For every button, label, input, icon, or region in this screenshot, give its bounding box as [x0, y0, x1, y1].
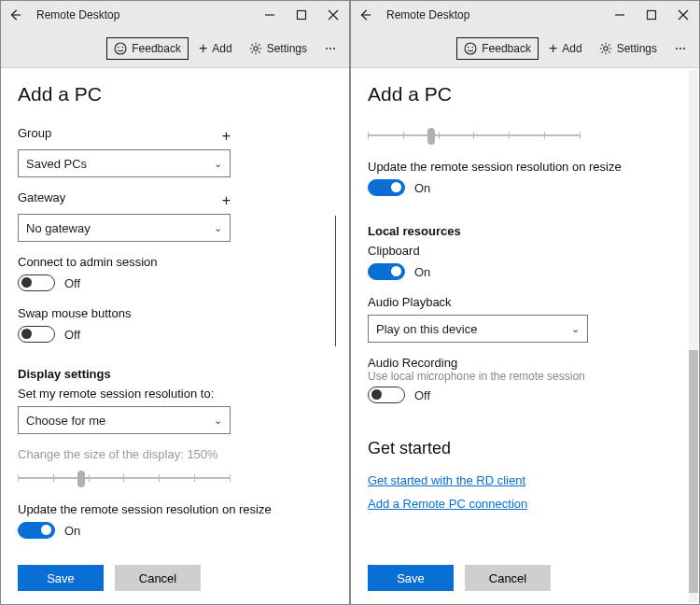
- more-button[interactable]: [317, 38, 343, 59]
- footer-buttons: Save Cancel: [18, 554, 332, 604]
- minimize-button[interactable]: [604, 1, 636, 29]
- resolution-label: Set my remote session resolution to:: [18, 387, 332, 401]
- admin-session-toggle[interactable]: [18, 274, 55, 291]
- scrollbar-track[interactable]: [689, 70, 698, 602]
- display-scale-label: Change the size of the display: 150%: [18, 447, 332, 461]
- clipboard-value: On: [414, 265, 430, 279]
- gear-icon: [249, 42, 262, 55]
- smile-icon: [464, 42, 477, 55]
- page-title: Add a PC: [368, 83, 673, 106]
- back-icon[interactable]: [358, 8, 371, 21]
- get-started-heading: Get started: [368, 439, 673, 458]
- admin-session-label: Connect to admin session: [18, 255, 332, 269]
- add-group-button[interactable]: +: [222, 128, 231, 145]
- feedback-button[interactable]: Feedback: [456, 37, 539, 60]
- section-separator: [335, 216, 336, 346]
- more-icon: [324, 42, 337, 55]
- chevron-down-icon: ⌄: [214, 158, 222, 170]
- svg-line-16: [251, 51, 252, 52]
- more-icon: [674, 42, 687, 55]
- window-right: Remote Desktop Feedback + Add Settings A…: [350, 0, 700, 605]
- resize-value: On: [64, 524, 80, 538]
- link-get-started[interactable]: Get started with the RD client: [368, 473, 673, 487]
- svg-point-37: [676, 48, 678, 49]
- footer-buttons: Save Cancel: [368, 554, 673, 604]
- resolution-select[interactable]: Choose for me ⌄: [18, 406, 231, 434]
- link-add-remote-pc[interactable]: Add a Remote PC connection: [368, 497, 673, 511]
- resize-label: Update the remote session resolution on …: [18, 502, 332, 516]
- gateway-label: Gateway: [18, 190, 65, 204]
- chevron-down-icon: ⌄: [214, 222, 222, 234]
- group-select[interactable]: Saved PCs ⌄: [18, 149, 231, 177]
- svg-line-36: [601, 51, 602, 52]
- more-button[interactable]: [667, 38, 693, 59]
- audio-playback-select[interactable]: Play on this device ⌄: [368, 315, 588, 343]
- swap-mouse-value: Off: [64, 328, 80, 342]
- svg-point-6: [118, 46, 119, 48]
- svg-point-25: [465, 43, 476, 54]
- close-button[interactable]: [667, 1, 699, 29]
- content-area: Add a PC Group + Saved PCs ⌄ Gateway + N…: [1, 68, 349, 604]
- svg-point-27: [472, 46, 474, 48]
- svg-point-28: [603, 46, 607, 49]
- command-bar: Feedback + Add Settings: [351, 29, 699, 68]
- plus-icon: +: [549, 40, 557, 57]
- audio-recording-value: Off: [414, 388, 430, 402]
- svg-point-39: [683, 48, 685, 49]
- settings-button[interactable]: Settings: [243, 38, 314, 59]
- admin-session-value: Off: [64, 276, 80, 290]
- svg-rect-2: [298, 11, 306, 20]
- command-bar: Feedback + Add Settings: [1, 29, 349, 68]
- svg-point-7: [122, 46, 124, 48]
- svg-point-8: [253, 46, 257, 49]
- display-scale-slider[interactable]: [368, 124, 581, 147]
- clipboard-toggle[interactable]: [368, 263, 405, 280]
- cancel-button[interactable]: Cancel: [465, 565, 551, 591]
- display-settings-heading: Display settings: [18, 367, 332, 381]
- resize-label: Update the remote session resolution on …: [368, 160, 673, 174]
- svg-point-18: [329, 48, 331, 49]
- scrollbar-thumb[interactable]: [689, 350, 698, 593]
- back-icon[interactable]: [8, 8, 21, 21]
- save-button[interactable]: Save: [368, 565, 454, 591]
- save-button[interactable]: Save: [18, 565, 104, 591]
- clipboard-label: Clipboard: [368, 244, 673, 258]
- add-button[interactable]: + Add: [542, 36, 589, 61]
- minimize-button[interactable]: [254, 1, 286, 29]
- audio-recording-label: Audio Recording: [368, 356, 673, 370]
- feedback-button[interactable]: Feedback: [106, 37, 189, 60]
- close-button[interactable]: [317, 1, 349, 29]
- svg-point-17: [326, 48, 328, 49]
- maximize-button[interactable]: [286, 1, 317, 29]
- add-button[interactable]: + Add: [192, 36, 239, 61]
- svg-point-19: [333, 48, 335, 49]
- svg-line-35: [609, 44, 609, 45]
- swap-mouse-toggle[interactable]: [18, 326, 55, 343]
- audio-recording-sublabel: Use local microphone in the remote sessi…: [368, 370, 673, 383]
- svg-rect-22: [648, 11, 656, 20]
- display-scale-slider[interactable]: [18, 467, 231, 489]
- window-title: Remote Desktop: [31, 8, 119, 21]
- settings-button[interactable]: Settings: [593, 38, 664, 59]
- maximize-button[interactable]: [636, 1, 667, 29]
- title-bar: Remote Desktop: [351, 1, 699, 29]
- audio-playback-label: Audio Playback: [368, 295, 673, 309]
- smile-icon: [114, 42, 127, 55]
- resize-value: On: [414, 181, 430, 195]
- swap-mouse-label: Swap mouse buttons: [18, 306, 332, 320]
- chevron-down-icon: ⌄: [214, 415, 222, 427]
- add-gateway-button[interactable]: +: [222, 192, 231, 209]
- svg-line-15: [259, 44, 259, 45]
- window-title: Remote Desktop: [381, 8, 469, 21]
- local-resources-heading: Local resources: [368, 224, 673, 238]
- cancel-button[interactable]: Cancel: [115, 565, 201, 591]
- resize-toggle[interactable]: [368, 179, 405, 196]
- audio-recording-toggle[interactable]: [368, 387, 405, 403]
- resize-toggle[interactable]: [18, 522, 55, 539]
- window-left: Remote Desktop Feedback + Add Settings A…: [0, 0, 350, 605]
- svg-point-26: [468, 46, 469, 48]
- svg-line-13: [251, 44, 252, 45]
- content-area: Add a PC Update the remote session resol…: [351, 68, 699, 604]
- chevron-down-icon: ⌄: [571, 323, 580, 335]
- gateway-select[interactable]: No gateway ⌄: [18, 214, 231, 242]
